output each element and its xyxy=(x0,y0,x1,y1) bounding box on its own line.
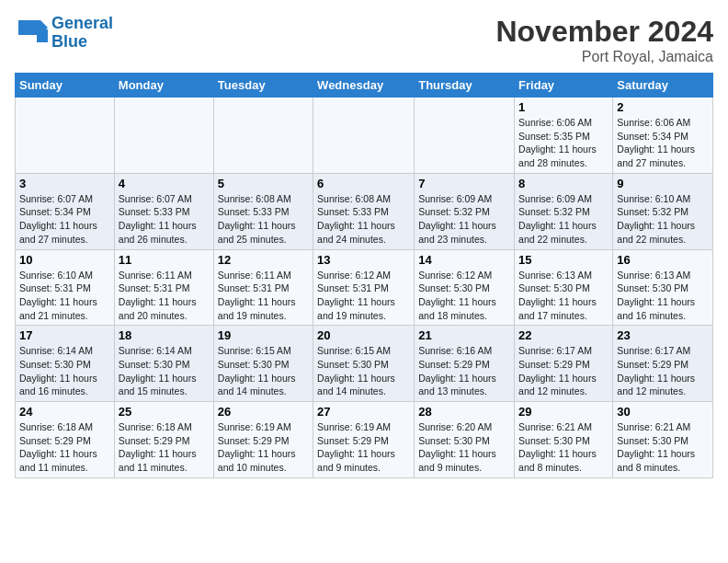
logo-icon xyxy=(15,17,48,50)
day-info: Sunrise: 6:07 AMSunset: 5:34 PMDaylight:… xyxy=(19,192,110,247)
day-info: Sunrise: 6:18 AMSunset: 5:29 PMDaylight:… xyxy=(19,420,110,475)
calendar-cell: 25Sunrise: 6:18 AMSunset: 5:29 PMDayligh… xyxy=(114,402,213,478)
calendar-cell: 16Sunrise: 6:13 AMSunset: 5:30 PMDayligh… xyxy=(613,249,713,326)
calendar-cell xyxy=(213,98,313,174)
day-info: Sunrise: 6:17 AMSunset: 5:29 PMDaylight:… xyxy=(617,344,709,398)
calendar-cell: 13Sunrise: 6:12 AMSunset: 5:31 PMDayligh… xyxy=(313,249,415,326)
day-info: Sunrise: 6:15 AMSunset: 5:30 PMDaylight:… xyxy=(218,344,309,398)
day-info: Sunrise: 6:19 AMSunset: 5:29 PMDaylight:… xyxy=(218,420,309,475)
day-info: Sunrise: 6:16 AMSunset: 5:29 PMDaylight:… xyxy=(418,344,510,398)
day-info: Sunrise: 6:12 AMSunset: 5:30 PMDaylight:… xyxy=(418,269,510,323)
calendar-cell xyxy=(415,98,515,174)
col-header-friday: Friday xyxy=(515,74,613,98)
day-info: Sunrise: 6:09 AMSunset: 5:32 PMDaylight:… xyxy=(418,192,510,247)
svg-marker-2 xyxy=(37,29,48,42)
day-info: Sunrise: 6:18 AMSunset: 5:29 PMDaylight:… xyxy=(119,420,210,475)
day-info: Sunrise: 6:13 AMSunset: 5:30 PMDaylight:… xyxy=(518,269,609,323)
day-number: 30 xyxy=(617,405,709,419)
col-header-monday: Monday xyxy=(114,74,213,98)
calendar-cell xyxy=(114,98,213,174)
day-info: Sunrise: 6:13 AMSunset: 5:30 PMDaylight:… xyxy=(617,269,709,323)
day-info: Sunrise: 6:08 AMSunset: 5:33 PMDaylight:… xyxy=(218,192,309,247)
day-info: Sunrise: 6:11 AMSunset: 5:31 PMDaylight:… xyxy=(218,269,309,323)
day-number: 1 xyxy=(518,100,609,114)
day-number: 20 xyxy=(317,328,410,342)
day-number: 5 xyxy=(218,177,309,190)
day-info: Sunrise: 6:19 AMSunset: 5:29 PMDaylight:… xyxy=(317,420,410,475)
day-number: 4 xyxy=(119,177,210,190)
day-number: 11 xyxy=(119,253,210,267)
day-number: 13 xyxy=(317,253,410,267)
day-info: Sunrise: 6:08 AMSunset: 5:33 PMDaylight:… xyxy=(317,192,410,247)
col-header-tuesday: Tuesday xyxy=(213,74,313,98)
day-info: Sunrise: 6:12 AMSunset: 5:31 PMDaylight:… xyxy=(317,269,410,323)
day-number: 28 xyxy=(418,405,510,419)
day-number: 25 xyxy=(119,405,210,419)
calendar-cell: 21Sunrise: 6:16 AMSunset: 5:29 PMDayligh… xyxy=(415,326,515,402)
calendar-cell: 1Sunrise: 6:06 AMSunset: 5:35 PMDaylight… xyxy=(515,98,613,174)
calendar-cell: 27Sunrise: 6:19 AMSunset: 5:29 PMDayligh… xyxy=(313,402,415,478)
day-number: 24 xyxy=(19,405,110,419)
logo-text: General Blue xyxy=(51,15,113,52)
calendar-header-row: SundayMondayTuesdayWednesdayThursdayFrid… xyxy=(16,74,713,98)
day-info: Sunrise: 6:06 AMSunset: 5:35 PMDaylight:… xyxy=(518,116,609,170)
day-info: Sunrise: 6:10 AMSunset: 5:31 PMDaylight:… xyxy=(19,269,110,323)
day-info: Sunrise: 6:10 AMSunset: 5:32 PMDaylight:… xyxy=(617,192,709,247)
day-number: 19 xyxy=(218,328,309,342)
calendar-cell: 22Sunrise: 6:17 AMSunset: 5:29 PMDayligh… xyxy=(515,326,613,402)
title-block: November 2024 Port Royal, Jamaica xyxy=(495,15,713,65)
calendar-week-4: 17Sunrise: 6:14 AMSunset: 5:30 PMDayligh… xyxy=(16,326,713,402)
calendar-cell: 17Sunrise: 6:14 AMSunset: 5:30 PMDayligh… xyxy=(16,326,115,402)
calendar-cell: 26Sunrise: 6:19 AMSunset: 5:29 PMDayligh… xyxy=(213,402,313,478)
location: Port Royal, Jamaica xyxy=(495,49,713,65)
day-number: 8 xyxy=(518,177,609,190)
day-number: 17 xyxy=(19,328,110,342)
col-header-saturday: Saturday xyxy=(613,74,713,98)
col-header-sunday: Sunday xyxy=(16,74,115,98)
day-info: Sunrise: 6:11 AMSunset: 5:31 PMDaylight:… xyxy=(119,269,210,323)
calendar-table: SundayMondayTuesdayWednesdayThursdayFrid… xyxy=(15,73,713,478)
col-header-thursday: Thursday xyxy=(415,74,515,98)
calendar-cell: 10Sunrise: 6:10 AMSunset: 5:31 PMDayligh… xyxy=(16,249,115,326)
calendar-cell: 30Sunrise: 6:21 AMSunset: 5:30 PMDayligh… xyxy=(613,402,713,478)
calendar-cell: 11Sunrise: 6:11 AMSunset: 5:31 PMDayligh… xyxy=(114,249,213,326)
calendar-cell: 24Sunrise: 6:18 AMSunset: 5:29 PMDayligh… xyxy=(16,402,115,478)
logo: General Blue xyxy=(15,15,113,52)
calendar-cell: 8Sunrise: 6:09 AMSunset: 5:32 PMDaylight… xyxy=(515,173,613,249)
day-number: 3 xyxy=(19,177,110,190)
day-info: Sunrise: 6:15 AMSunset: 5:30 PMDaylight:… xyxy=(317,344,410,398)
calendar-cell: 4Sunrise: 6:07 AMSunset: 5:33 PMDaylight… xyxy=(114,173,213,249)
col-header-wednesday: Wednesday xyxy=(313,74,415,98)
logo-line2: Blue xyxy=(51,32,87,51)
day-number: 22 xyxy=(518,328,609,342)
calendar-week-2: 3Sunrise: 6:07 AMSunset: 5:34 PMDaylight… xyxy=(16,173,713,249)
calendar-week-3: 10Sunrise: 6:10 AMSunset: 5:31 PMDayligh… xyxy=(16,249,713,326)
page-header: General Blue November 2024 Port Royal, J… xyxy=(15,15,713,65)
day-number: 21 xyxy=(418,328,510,342)
day-number: 18 xyxy=(119,328,210,342)
day-number: 27 xyxy=(317,405,410,419)
calendar-cell: 12Sunrise: 6:11 AMSunset: 5:31 PMDayligh… xyxy=(213,249,313,326)
day-info: Sunrise: 6:14 AMSunset: 5:30 PMDaylight:… xyxy=(119,344,210,398)
day-info: Sunrise: 6:21 AMSunset: 5:30 PMDaylight:… xyxy=(518,420,609,475)
calendar-cell: 7Sunrise: 6:09 AMSunset: 5:32 PMDaylight… xyxy=(415,173,515,249)
day-info: Sunrise: 6:07 AMSunset: 5:33 PMDaylight:… xyxy=(119,192,210,247)
calendar-cell: 29Sunrise: 6:21 AMSunset: 5:30 PMDayligh… xyxy=(515,402,613,478)
day-info: Sunrise: 6:21 AMSunset: 5:30 PMDaylight:… xyxy=(617,420,709,475)
day-number: 14 xyxy=(418,253,510,267)
day-number: 16 xyxy=(617,253,709,267)
calendar-cell: 23Sunrise: 6:17 AMSunset: 5:29 PMDayligh… xyxy=(613,326,713,402)
day-info: Sunrise: 6:06 AMSunset: 5:34 PMDaylight:… xyxy=(617,116,709,170)
calendar-cell: 15Sunrise: 6:13 AMSunset: 5:30 PMDayligh… xyxy=(515,249,613,326)
calendar-week-1: 1Sunrise: 6:06 AMSunset: 5:35 PMDaylight… xyxy=(16,98,713,174)
day-number: 10 xyxy=(19,253,110,267)
day-number: 15 xyxy=(518,253,609,267)
calendar-cell: 3Sunrise: 6:07 AMSunset: 5:34 PMDaylight… xyxy=(16,173,115,249)
calendar-cell: 9Sunrise: 6:10 AMSunset: 5:32 PMDaylight… xyxy=(613,173,713,249)
calendar-week-5: 24Sunrise: 6:18 AMSunset: 5:29 PMDayligh… xyxy=(16,402,713,478)
calendar-cell: 18Sunrise: 6:14 AMSunset: 5:30 PMDayligh… xyxy=(114,326,213,402)
calendar-cell xyxy=(313,98,415,174)
day-info: Sunrise: 6:17 AMSunset: 5:29 PMDaylight:… xyxy=(518,344,609,398)
month-title: November 2024 xyxy=(495,15,713,49)
calendar-cell xyxy=(16,98,115,174)
